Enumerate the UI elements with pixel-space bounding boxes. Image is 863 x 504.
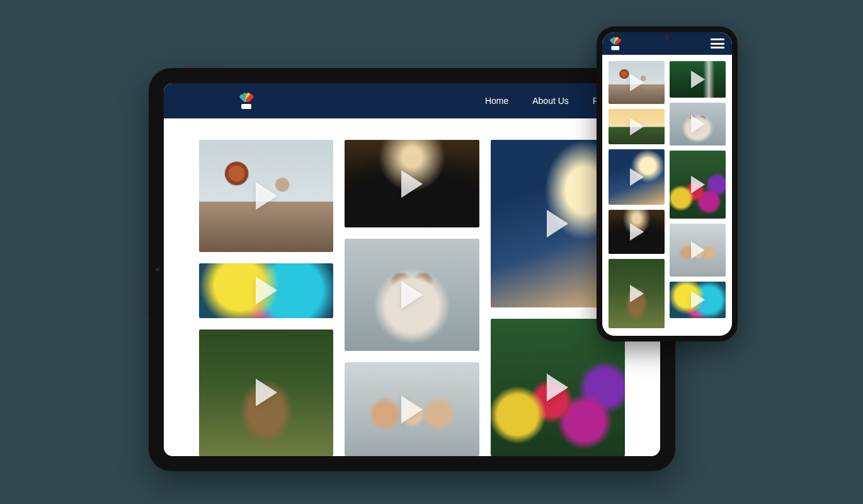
video-tile-happy-dog[interactable] [670, 103, 726, 146]
play-icon [630, 74, 644, 91]
play-icon [401, 281, 423, 309]
play-icon [691, 241, 705, 259]
phone-gallery-col-1 [609, 61, 665, 329]
tablet-screen: HomeAbout UsPlansC [164, 83, 660, 456]
tablet-camera-dot [156, 268, 159, 272]
video-tile-deer-in-forest[interactable] [199, 329, 333, 456]
tablet-navbar: HomeAbout UsPlansC [164, 83, 660, 118]
phone-screen [602, 32, 732, 336]
video-tile-concert-crowd[interactable] [345, 140, 479, 227]
phone-gallery-col-2 [670, 61, 726, 329]
tablet-volume-buttons [181, 66, 226, 68]
hamburger-menu-icon[interactable] [711, 38, 724, 49]
video-tile-color-festival[interactable] [670, 282, 726, 318]
video-tile-happy-dog[interactable] [345, 239, 479, 351]
play-icon [401, 170, 423, 198]
play-icon [630, 223, 644, 241]
phone-video-gallery [602, 55, 732, 336]
video-tile-hot-air-balloons[interactable] [199, 140, 333, 252]
play-icon [547, 210, 568, 238]
video-tile-tulip-field[interactable] [491, 319, 625, 456]
play-icon [630, 168, 644, 186]
nav-link-about-us[interactable]: About Us [532, 96, 569, 106]
play-icon [401, 396, 423, 423]
play-icon [256, 277, 277, 304]
play-icon [691, 176, 705, 193]
phone-device-frame [597, 26, 738, 341]
video-tile-tulip-field[interactable] [670, 151, 726, 219]
play-icon [630, 118, 644, 135]
tablet-video-gallery [164, 118, 660, 456]
video-tile-group-of-friends[interactable] [345, 362, 479, 456]
video-tile-waterfall[interactable] [670, 61, 726, 98]
tablet-gallery-col-1 [199, 140, 333, 456]
video-tile-deer-in-forest[interactable] [609, 259, 665, 328]
phone-camera-dot [665, 35, 670, 40]
tablet-gallery-col-2 [345, 140, 479, 456]
play-icon [630, 285, 644, 302]
play-icon [547, 374, 568, 401]
video-tile-concert-crowd[interactable] [609, 210, 665, 254]
video-tile-color-festival[interactable] [199, 263, 333, 318]
video-tile-group-of-friends[interactable] [670, 224, 726, 277]
video-tile-hot-air-balloons[interactable] [609, 61, 665, 104]
video-tile-people-at-sunset[interactable] [609, 149, 665, 205]
play-icon [691, 291, 705, 309]
video-tile-sunset-field[interactable] [609, 109, 665, 144]
play-icon [691, 115, 705, 133]
app-logo-icon[interactable] [239, 93, 253, 109]
play-icon [256, 182, 277, 210]
nav-link-home[interactable]: Home [485, 96, 508, 106]
play-icon [256, 379, 277, 406]
app-logo-icon[interactable] [610, 37, 621, 50]
play-icon [691, 71, 705, 88]
